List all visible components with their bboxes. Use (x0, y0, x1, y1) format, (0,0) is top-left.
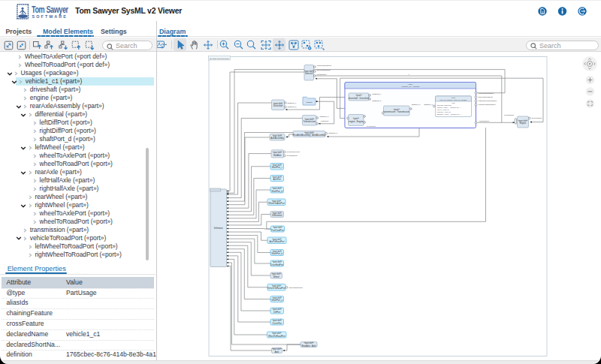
svg-text:clutchPort: clutchPort (321, 120, 329, 122)
svg-text:rightWheelToRoadPort: rightWheelToRoadPort (479, 100, 497, 102)
svg-text:RearAxle : Axle: RearAxle : Axle (301, 344, 316, 347)
svg-text:vehicle1_c1 : Vehicle3: vehicle1_c1 : Vehicle3 (401, 86, 419, 88)
svg-text:ShaftPort_a: ShaftPort_a (271, 299, 282, 302)
svg-text:Engine: Engine (520, 122, 527, 125)
svg-text:Wheel: Wheel (273, 275, 279, 278)
svg-text:ShaftPort_d: ShaftPort_d (271, 190, 282, 193)
svg-text:ClutchPort: ClutchPort (272, 322, 282, 325)
svg-text:rightWheel : Wheel = rearWheel: rightWheel : Wheel = rearWheel [2] «..» (437, 113, 462, 115)
svg-text:rearWheel : Wheel [2]: rearWheel : Wheel [2] (437, 111, 452, 113)
svg-text:Driveshaft: Driveshaft (273, 104, 283, 107)
svg-text:Axle: Axle (275, 350, 279, 353)
svg-text:vehicleToRoadPort: vehicleToRoadPort (317, 65, 332, 66)
svg-text:RearAxleAssembly : AxleAssembl: RearAxleAssembly : AxleAssembly (293, 134, 326, 137)
svg-text:rearAxleAssembly : RearAxleAss: rearAxleAssembly : RearAxleAssembly (439, 99, 467, 101)
svg-text:HalfAxle: HalfAxle (273, 154, 282, 157)
svg-text:driveRedPort: driveRedPort (532, 117, 542, 119)
svg-text:axleToWheelPort: axleToWheelPort (287, 151, 300, 152)
svg-text:ShaftPort_c: ShaftPort_c (271, 166, 282, 169)
svg-text:vehicleToRoadPort: vehicleToRoadPort (479, 92, 494, 95)
svg-text:axleToDiffPort: axleToDiffPort (287, 155, 298, 156)
svg-text:VehicleToRoadPort: VehicleToRoadPort (267, 287, 285, 290)
svg-text:wheelToRoadPort: wheelToRoadPort (317, 69, 331, 71)
svg-text:fuelCmdPort: fuelCmdPort (367, 125, 376, 127)
svg-text:WheelToAxlePort: WheelToAxlePort (268, 202, 285, 205)
svg-text:DiffPort: DiffPort (273, 311, 280, 314)
svg-text:AxlePort: AxlePort (273, 178, 281, 181)
svg-text:Definitions: Definitions (214, 227, 224, 230)
svg-text:«part»: «part» (408, 83, 413, 86)
svg-text:AxleToRoadPort: AxleToRoadPort (269, 240, 284, 243)
svg-text:FuelCmdPort: FuelCmdPort (271, 229, 284, 232)
svg-text:AxleAssembly: AxleAssembly (270, 137, 284, 140)
svg-text:differential : Differential: differential : Differential (437, 104, 452, 106)
svg-text:fuelCmdPort: fuelCmdPort (479, 120, 489, 122)
svg-text:leftWheelToRoadPort: leftWheelToRoadPort (479, 104, 496, 106)
svg-text:Transmission: Transmission (303, 120, 316, 123)
svg-text:ShaftPort_b: ShaftPort_b (271, 252, 282, 255)
svg-text:WheelToRoadPort: WheelToRoadPort (268, 335, 285, 338)
svg-text:Differential: Differential (272, 214, 282, 217)
svg-text:DriveRedPort: DriveRedPort (270, 263, 283, 266)
svg-text:rearAxle : RearAxle: rearAxle : RearAxle (437, 109, 449, 110)
svg-text:transmission : Transmission: transmission : Transmission (383, 110, 409, 113)
svg-text:wheelToRoadPort: wheelToRoadPort (289, 287, 303, 288)
svg-text:Usages: Usages (306, 101, 313, 104)
svg-text:fuelCmdPort: fuelCmdPort (317, 74, 327, 75)
svg-text:3a-Parts Interconnection: 3a-Parts Interconnection (210, 58, 230, 60)
svg-text:driveshaft : Driveshaft: driveshaft : Driveshaft (349, 97, 369, 100)
svg-text:engine : Engine: engine : Engine (349, 120, 364, 123)
svg-text:fuelCmdPort: fuelCmdPort (504, 114, 514, 116)
svg-text:wheelToRoadPort: wheelToRoadPort (479, 96, 493, 98)
svg-text:leftWheel : Wheel := rearWheel: leftWheel : Wheel := rearWheel [2] «..» (437, 107, 462, 108)
svg-text:«part»: «part» (452, 102, 455, 104)
svg-text:Vehicle3: Vehicle3 (305, 72, 313, 75)
svg-text:«part»: «part» (451, 97, 456, 98)
